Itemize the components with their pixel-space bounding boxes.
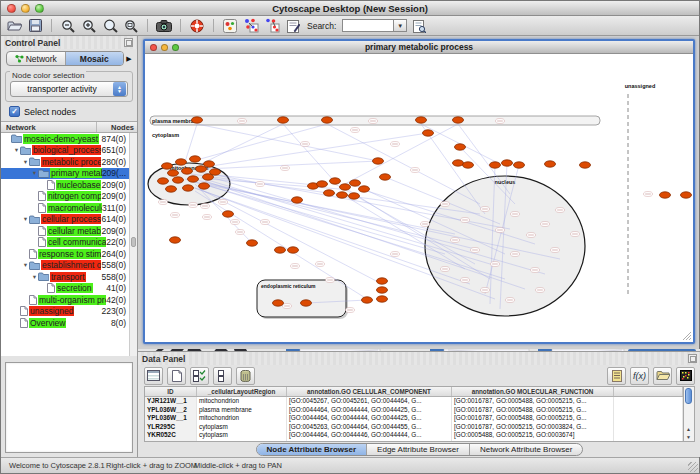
- tab-mosaic[interactable]: Mosaic: [66, 52, 124, 65]
- tab-network[interactable]: Network: [7, 52, 66, 65]
- frame-close-button[interactable]: [150, 44, 157, 51]
- table-row[interactable]: YKR052Ccytoplasm[GO:0044464, GO:0044446,…: [145, 431, 683, 440]
- network-page-icon: [29, 295, 37, 305]
- network-edge: [201, 124, 283, 164]
- tree-row[interactable]: macromolecule311(0): [1, 202, 129, 214]
- table-row[interactable]: YPL036W__1mitochondrion[GO:0044464, GO:0…: [145, 414, 683, 423]
- help-lifering-icon[interactable]: [188, 18, 206, 34]
- tree-row[interactable]: ▼cellular process614(0): [1, 214, 129, 226]
- col-go-molecular-function[interactable]: annotation.GO MOLECULAR_FUNCTION: [452, 387, 614, 396]
- tree-row[interactable]: nucleobase-209(0): [1, 179, 129, 191]
- table-cell: [GO:0044464, GO:0044444, GO:0044425, G..…: [287, 406, 452, 415]
- tree-col-network[interactable]: Network: [1, 122, 97, 132]
- frame-minimize-button[interactable]: [161, 44, 168, 51]
- table-row[interactable]: YJR121W__1mitochondrion[GO:0045267, GO:0…: [145, 397, 683, 406]
- network-node: [423, 130, 434, 136]
- zoom-fit-icon[interactable]: [101, 18, 119, 34]
- svg-text:f(x): f(x): [633, 371, 646, 381]
- search-input[interactable]: [342, 19, 394, 32]
- attribute-list-icon[interactable]: [607, 367, 626, 385]
- layout-undo-icon[interactable]: [242, 18, 260, 34]
- tree-row[interactable]: unassigned223(0): [1, 306, 129, 318]
- tree-row[interactable]: ▼metabolic process280(0): [1, 156, 129, 168]
- tree-row[interactable]: secretion41(0): [1, 283, 129, 295]
- tab-node-attribute-browser[interactable]: Node Attribute Browser: [257, 444, 368, 455]
- function-builder-icon[interactable]: f(x): [630, 367, 649, 385]
- layout-redo-icon[interactable]: [263, 18, 281, 34]
- select-nodes-checkbox[interactable]: ✓: [9, 106, 20, 117]
- minimize-button[interactable]: [21, 4, 30, 13]
- tree-row[interactable]: ▼establishment of lo558(0): [1, 260, 129, 272]
- expander-icon[interactable]: ▼: [22, 262, 29, 268]
- expander-icon[interactable]: ▼: [22, 216, 29, 222]
- table-cell: [GO:0016787, GO:0005488, GO:0005215, G..…: [452, 406, 614, 415]
- scroll-down-icon[interactable]: ▼: [684, 433, 693, 441]
- table-cell: YLR295C: [145, 423, 197, 432]
- node-color-dropdown[interactable]: transporter activity ▲▼: [10, 81, 128, 97]
- network-node: [162, 163, 173, 169]
- tree-row[interactable]: ▼biological_process651(0): [1, 145, 129, 157]
- close-button[interactable]: [7, 4, 16, 13]
- zoom-window-button[interactable]: [35, 4, 44, 13]
- tree-row[interactable]: ▼primary metabo209(...: [1, 168, 129, 180]
- advanced-search-icon[interactable]: [410, 18, 428, 34]
- scroll-up-icon[interactable]: ▲: [684, 425, 693, 433]
- delete-attribute-icon[interactable]: [236, 367, 255, 385]
- open-folder-icon[interactable]: [5, 18, 23, 34]
- table-cell: cytoplasm: [197, 431, 287, 440]
- zoom-out-icon[interactable]: [59, 18, 77, 34]
- main-toolbar: Search: ▼: [1, 16, 699, 36]
- tree-scrollbar[interactable]: [129, 133, 137, 356]
- tree-row[interactable]: multi-organism pro42(0): [1, 294, 129, 306]
- new-attribute-icon[interactable]: [167, 367, 186, 385]
- birds-eye-view[interactable]: [5, 362, 133, 453]
- tree-row[interactable]: cell communicat22(0): [1, 237, 129, 249]
- save-icon[interactable]: [26, 18, 44, 34]
- network-node: [514, 162, 525, 168]
- tree-row[interactable]: nitrogen compo209(0): [1, 191, 129, 203]
- import-attributes-icon[interactable]: [653, 367, 672, 385]
- col-id[interactable]: ID: [145, 387, 197, 396]
- tree-row[interactable]: Overview8(0): [1, 317, 129, 329]
- tab-scroll-right-icon[interactable]: ▶: [124, 55, 134, 63]
- expander-icon[interactable]: ▼: [31, 274, 38, 280]
- col-cellular-layout-region[interactable]: _cellularLayoutRegion: [197, 387, 287, 396]
- expander-icon[interactable]: ▼: [13, 147, 20, 153]
- matrix-icon[interactable]: [676, 367, 695, 385]
- vizmapper-icon[interactable]: [221, 18, 239, 34]
- table-cell: [GO:0045267, GO:0045261, GO:0044464, G..…: [287, 397, 452, 406]
- zoom-selected-icon[interactable]: [122, 18, 140, 34]
- float-data-panel-icon[interactable]: [688, 354, 697, 363]
- col-go-cellular-component[interactable]: annotation.GO CELLULAR_COMPONENT: [287, 387, 452, 396]
- tab-network-attribute-browser[interactable]: Network Attribute Browser: [470, 444, 582, 455]
- select-attributes-icon[interactable]: [190, 367, 209, 385]
- table-cell: [GO:0045263, GO:0044464, GO:0044455, G..…: [287, 423, 452, 432]
- table-row[interactable]: YLR295Ccytoplasm[GO:0045263, GO:0044464,…: [145, 423, 683, 432]
- attribute-table-icon[interactable]: [144, 367, 163, 385]
- tree-row[interactable]: cellular metabo209(0): [1, 225, 129, 237]
- tree-row[interactable]: response to stimul264(0): [1, 248, 129, 260]
- float-panel-icon[interactable]: [124, 38, 133, 47]
- frame-zoom-button[interactable]: [172, 44, 179, 51]
- snapshot-camera-icon[interactable]: [155, 18, 173, 34]
- network-view-titlebar[interactable]: primary metabolic process: [145, 41, 693, 54]
- zoom-in-icon[interactable]: [80, 18, 98, 34]
- search-dropdown-arrow[interactable]: ▼: [394, 19, 407, 32]
- network-canvas-svg[interactable]: plasma membranecytoplasmmitochondrionnuc…: [145, 54, 693, 342]
- unselect-attributes-icon[interactable]: [213, 367, 232, 385]
- table-scrollbar[interactable]: ▲ ▼: [684, 386, 695, 442]
- resize-grip[interactable]: [688, 462, 698, 472]
- table-cell: YPL036W__2: [145, 406, 197, 415]
- annotation-icon[interactable]: [284, 18, 302, 34]
- tab-edge-attribute-browser[interactable]: Edge Attribute Browser: [367, 444, 470, 455]
- tree-col-nodes[interactable]: Nodes: [97, 122, 137, 132]
- network-view-frame[interactable]: primary metabolic process plasma membran…: [143, 39, 695, 344]
- table-row[interactable]: YPL036W__2plasma membrane[GO:0044464, GO…: [145, 406, 683, 415]
- attribute-table: ID _cellularLayoutRegion annotation.GO C…: [144, 386, 684, 442]
- tree-row[interactable]: ▼transport558(0): [1, 271, 129, 283]
- tree-row[interactable]: mosaic-demo-yeast874(0): [1, 133, 129, 145]
- expander-icon[interactable]: ▼: [31, 170, 38, 176]
- network-edge: [345, 124, 458, 184]
- network-node: [173, 177, 184, 183]
- expander-icon[interactable]: ▼: [22, 159, 29, 165]
